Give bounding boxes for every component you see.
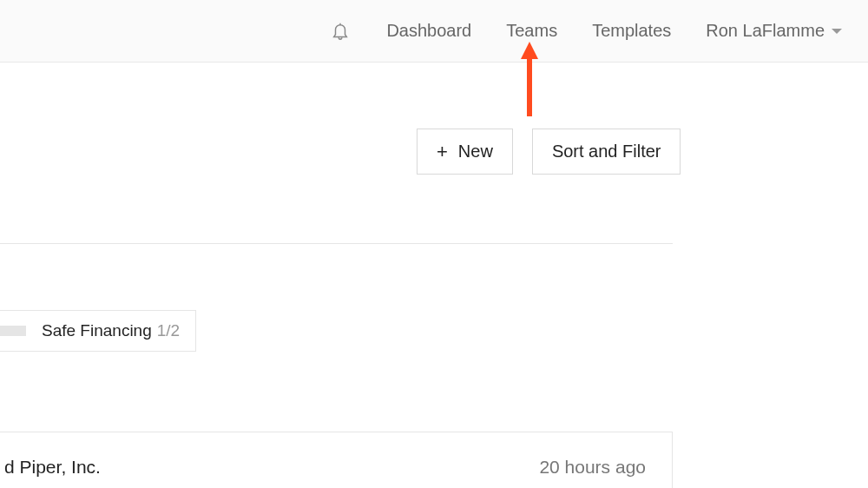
nav-templates[interactable]: Templates [592, 21, 671, 41]
nav-teams[interactable]: Teams [506, 21, 557, 41]
user-menu[interactable]: Ron LaFlamme [706, 21, 842, 41]
nav-templates-label: Templates [592, 21, 671, 41]
nav-dashboard-label: Dashboard [386, 21, 471, 41]
new-button-label: New [458, 142, 493, 162]
tag-label: Safe Financing [42, 321, 152, 340]
progress-tag[interactable]: Safe Financing 1/2 [0, 310, 196, 352]
sort-filter-label: Sort and Filter [552, 142, 661, 162]
top-nav-header: Dashboard Teams Templates Ron LaFlamme [0, 0, 868, 63]
nav-dashboard[interactable]: Dashboard [386, 21, 471, 41]
nav-teams-label: Teams [506, 21, 557, 41]
sort-filter-button[interactable]: Sort and Filter [532, 129, 681, 175]
document-row[interactable]: d Piper, Inc. 20 hours ago [0, 432, 673, 488]
tag-count: 1/2 [157, 321, 180, 340]
progress-bar-icon [0, 326, 26, 336]
actions-toolbar: + New Sort and Filter [417, 129, 681, 175]
plus-icon: + [437, 142, 448, 162]
bell-icon [331, 21, 350, 42]
new-button[interactable]: + New [417, 129, 513, 175]
document-title: d Piper, Inc. [4, 457, 101, 478]
user-name-label: Ron LaFlamme [706, 21, 825, 41]
document-timestamp: 20 hours ago [539, 457, 646, 478]
section-divider [0, 243, 673, 244]
notifications-bell[interactable] [331, 21, 350, 42]
chevron-down-icon [832, 29, 842, 34]
